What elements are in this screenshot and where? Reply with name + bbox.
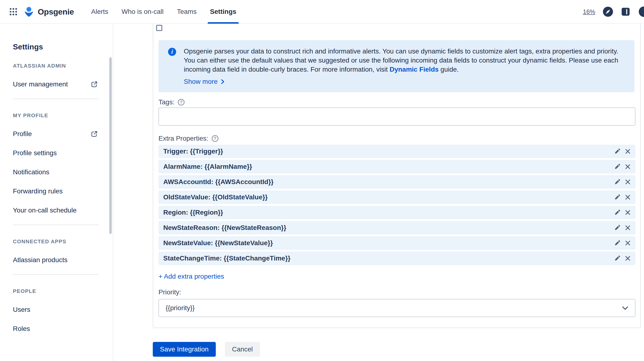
edit-icon[interactable] [614,178,620,185]
sidebar-item-label: Profile [13,130,32,138]
priority-select[interactable]: {{priority}} [158,299,636,317]
info-panel-text: Opsgenie parses your data to construct r… [184,47,620,74]
priority-label: Priority: [158,288,634,296]
edit-icon[interactable] [614,163,620,170]
priority-label-text: Priority: [158,288,181,296]
sidebar-item-profile-settings[interactable]: Profile settings [13,148,98,158]
extra-property-row: Region: {{Region}} [158,206,636,219]
extra-property-value: AlarmName: {{AlarmName}} [163,163,252,170]
sidebar-item-users[interactable]: Users [13,305,98,314]
checkbox[interactable] [156,25,162,31]
show-more-link[interactable]: Show more [184,78,224,86]
compass-icon[interactable] [602,6,614,17]
sidebar-scrollbar[interactable] [109,57,112,234]
sidebar-heading-atlassian-admin: ATLASSIAN ADMIN [13,63,113,69]
extra-property-row: StateChangeTime: {{StateChangeTime}} [158,252,636,265]
help-icon[interactable]: ? [178,99,184,106]
edit-icon[interactable] [614,148,620,155]
edit-icon[interactable] [614,224,620,231]
sidebar-item-label: User management [13,80,68,88]
tags-label: Tags: ? [158,98,634,106]
sidebar-item-label: Profile settings [13,149,57,157]
sidebar-item-notifications[interactable]: Notifications [13,167,98,177]
sidebar-item-label: Atlassian products [13,256,68,264]
sidebar-divider [13,225,99,225]
sidebar-item-label: Forwarding rules [13,188,63,195]
settings-sidebar: Settings ATLASSIAN ADMIN User management… [0,24,113,361]
brand-name: Opsgenie [38,7,74,16]
extra-property-row: AlarmName: {{AlarmName}} [158,160,636,173]
extra-property-row: NewStateValue: {{NewStateValue}} [158,236,636,250]
zoom-level-link[interactable]: 16% [583,8,595,16]
extra-property-value: StateChangeTime: {{StateChangeTime}} [163,254,290,262]
nav-item-who-is-on-call[interactable]: Who is on-call [115,0,170,24]
sidebar-item-forwarding-rules[interactable]: Forwarding rules [13,186,98,196]
remove-icon[interactable] [625,194,631,200]
info-icon: i [168,48,176,56]
edit-icon[interactable] [614,240,620,246]
help-icon[interactable]: ? [212,135,218,142]
top-nav-bar: Opsgenie Alerts Who is on-call Teams Set… [0,0,644,24]
extra-property-row: OldStateValue: {{OldStateValue}} [158,190,636,204]
opsgenie-logo[interactable]: Opsgenie [24,6,74,17]
nav-item-alerts[interactable]: Alerts [84,0,115,24]
sidebar-item-profile[interactable]: Profile [13,129,98,139]
sidebar-divider [13,98,99,99]
sidebar-item-label: Users [13,306,30,314]
app-switcher-icon[interactable] [7,5,20,18]
sidebar-item-label: Roles [13,325,30,332]
remove-icon[interactable] [625,164,631,170]
extra-property-value: NewStateValue: {{NewStateValue}} [163,239,273,247]
sidebar-heading-people: PEOPLE [13,288,113,294]
user-avatar[interactable] [638,6,644,18]
header-right-cluster: 16% [583,0,644,24]
tags-input[interactable] [158,108,636,126]
tags-label-text: Tags: [158,98,174,106]
edit-icon[interactable] [614,209,620,216]
primary-nav: Alerts Who is on-call Teams Settings [84,0,243,24]
integration-form-card: i Opsgenie parses your data to construct… [153,21,641,328]
sidebar-item-user-management[interactable]: User management [13,80,98,89]
edit-icon[interactable] [614,255,620,262]
info-panel: i Opsgenie parses your data to construct… [158,40,634,92]
remove-icon[interactable] [625,256,631,261]
edit-icon[interactable] [614,194,620,200]
journal-icon[interactable] [620,7,631,17]
sidebar-item-roles[interactable]: Roles [13,324,98,334]
sidebar-heading-connected-apps: CONNECTED APPS [13,238,113,245]
chevron-right-icon [221,79,224,84]
remove-icon[interactable] [625,148,631,154]
opsgenie-logo-icon [24,6,34,17]
sidebar-item-your-on-call-schedule[interactable]: Your on-call schedule [13,206,98,215]
extra-property-value: AWSAccountId: {{AWSAccountId}} [163,178,274,186]
extra-property-row: NewStateReason: {{NewStateReason}} [158,221,636,234]
external-link-icon [91,130,98,138]
nav-item-settings[interactable]: Settings [203,0,243,24]
remove-icon[interactable] [625,210,631,215]
sidebar-heading-my-profile: MY PROFILE [13,112,113,119]
remove-icon[interactable] [625,225,631,231]
sidebar-item-atlassian-products[interactable]: Atlassian products [13,255,98,265]
extra-property-value: Region: {{Region}} [163,209,223,216]
remove-icon[interactable] [625,179,631,185]
sidebar-title: Settings [13,42,113,51]
show-more-label: Show more [184,78,218,86]
info-text-after: guide. [439,66,459,73]
dynamic-fields-link[interactable]: Dynamic Fields [390,66,438,73]
save-integration-button[interactable]: Save Integration [153,342,216,357]
sidebar-divider [13,274,99,275]
add-extra-properties-button[interactable]: + Add extra properties [158,273,224,282]
priority-select-value: {{priority}} [166,304,194,312]
extra-property-value: Trigger: {{Trigger}} [163,148,223,155]
extra-property-value: NewStateReason: {{NewStateReason}} [163,224,286,232]
extra-property-row: AWSAccountId: {{AWSAccountId}} [158,175,636,188]
nav-item-teams[interactable]: Teams [170,0,203,24]
info-panel-body: Opsgenie parses your data to construct r… [184,47,620,86]
remove-icon[interactable] [625,240,631,246]
chevron-down-icon [622,306,628,310]
external-link-icon [91,81,98,88]
extra-property-value: OldStateValue: {{OldStateValue}} [163,194,268,201]
cancel-button[interactable]: Cancel [225,342,260,357]
sidebar-item-label: Your on-call schedule [13,206,76,214]
sidebar-item-label: Notifications [13,168,50,176]
